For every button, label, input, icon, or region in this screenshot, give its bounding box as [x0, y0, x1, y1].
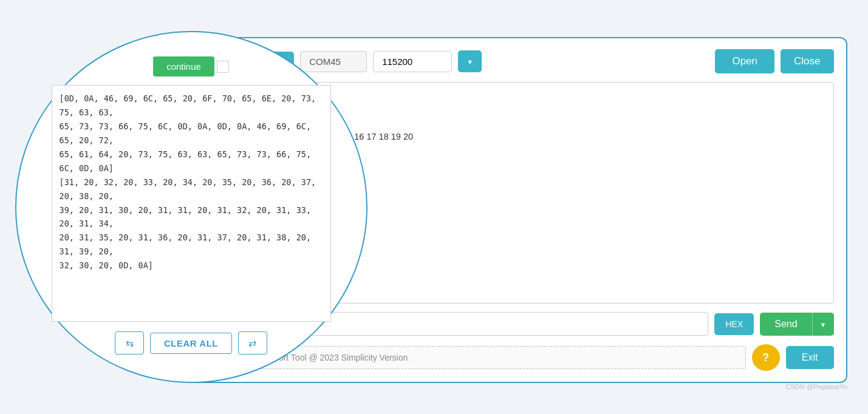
main-container: continue ⇆ CLEAR ALL ⇄ Scan Open Close — [15, 19, 853, 395]
clear-all-button[interactable]: CLEAR ALL — [150, 333, 232, 354]
format-right-icon: ⇄ — [248, 338, 256, 349]
watermark: CSDN @PegasusYu — [785, 383, 847, 390]
bottom-buttons: ⇆ CLEAR ALL ⇄ — [115, 331, 267, 355]
com-port-input[interactable] — [300, 51, 367, 72]
send-button-group: Send — [760, 313, 833, 336]
left-format-icon-button[interactable]: ⇆ — [115, 331, 144, 355]
continue-button[interactable]: continue — [153, 56, 214, 76]
format-left-icon: ⇆ — [126, 338, 134, 349]
hex-display[interactable] — [52, 85, 331, 322]
continue-row: continue — [153, 56, 229, 76]
status-row: Pegasus Serial Port Tool @ 2023 Simplici… — [205, 344, 834, 371]
hex-button[interactable]: HEX — [714, 313, 754, 335]
left-panel: continue ⇆ CLEAR ALL ⇄ — [15, 31, 367, 383]
right-format-icon-button[interactable]: ⇄ — [238, 331, 267, 355]
help-button[interactable]: ? — [752, 344, 780, 371]
baud-dropdown-button[interactable] — [458, 50, 482, 72]
send-button[interactable]: Send — [760, 313, 812, 336]
baud-rate-input[interactable] — [373, 51, 452, 72]
exit-button[interactable]: Exit — [786, 346, 834, 369]
close-button[interactable]: Close — [781, 49, 833, 73]
send-dropdown-button[interactable] — [812, 313, 834, 336]
open-button[interactable]: Open — [715, 49, 774, 73]
continue-checkbox[interactable] — [217, 61, 229, 73]
